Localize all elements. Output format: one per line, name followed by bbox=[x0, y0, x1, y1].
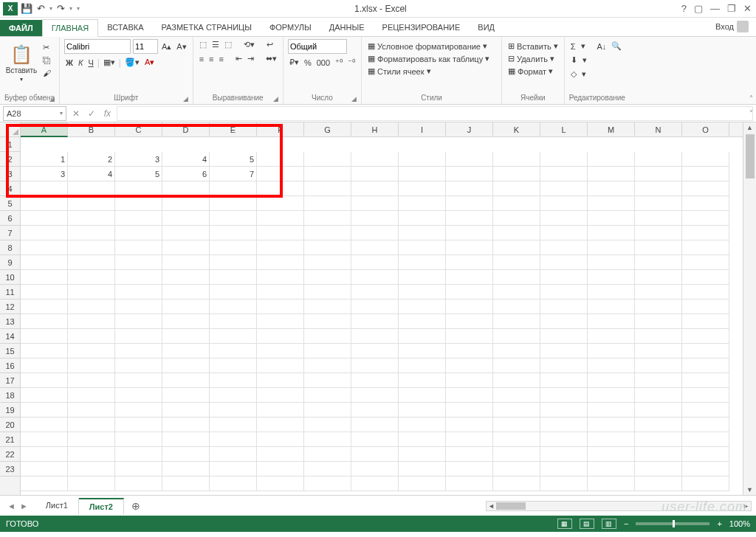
cell[interactable] bbox=[115, 240, 162, 255]
cell[interactable] bbox=[540, 388, 588, 403]
cell[interactable] bbox=[588, 152, 635, 167]
column-header[interactable]: B bbox=[68, 122, 115, 136]
cell[interactable] bbox=[493, 432, 540, 447]
cell[interactable] bbox=[21, 329, 68, 344]
cell[interactable] bbox=[540, 285, 588, 299]
cell[interactable] bbox=[21, 314, 68, 329]
cell[interactable] bbox=[257, 285, 304, 299]
cell[interactable] bbox=[257, 462, 304, 477]
cell[interactable] bbox=[162, 226, 210, 240]
cell[interactable] bbox=[257, 344, 304, 358]
borders-icon[interactable]: ▦▾ bbox=[102, 57, 117, 68]
cell[interactable] bbox=[588, 314, 635, 329]
cell[interactable] bbox=[493, 211, 540, 226]
grow-font-icon[interactable]: A▴ bbox=[160, 41, 173, 52]
align-middle-icon[interactable]: ☰ bbox=[210, 39, 221, 50]
cell[interactable] bbox=[115, 462, 162, 477]
cell[interactable] bbox=[351, 418, 399, 432]
currency-icon[interactable]: ₽▾ bbox=[288, 57, 300, 68]
cell[interactable] bbox=[115, 344, 162, 358]
cell[interactable] bbox=[304, 462, 351, 477]
cell[interactable] bbox=[351, 285, 399, 299]
cell[interactable] bbox=[635, 329, 682, 344]
cell[interactable] bbox=[115, 285, 162, 299]
wrap-text-icon[interactable]: ↩ bbox=[265, 39, 275, 50]
cell[interactable] bbox=[399, 270, 446, 285]
cell[interactable] bbox=[257, 181, 304, 196]
align-left-icon[interactable]: ≡ bbox=[198, 54, 205, 64]
font-name-input[interactable] bbox=[64, 39, 131, 54]
cell[interactable] bbox=[210, 388, 257, 403]
cell[interactable] bbox=[21, 373, 68, 388]
cell[interactable] bbox=[682, 226, 729, 240]
row-header[interactable]: 19 bbox=[0, 403, 20, 418]
cell[interactable] bbox=[115, 181, 162, 196]
cell[interactable] bbox=[162, 418, 210, 432]
cell[interactable] bbox=[635, 285, 682, 299]
column-header[interactable]: H bbox=[351, 122, 399, 136]
cell[interactable]: 1 bbox=[21, 152, 68, 167]
cell[interactable] bbox=[588, 418, 635, 432]
row-header[interactable]: 7 bbox=[0, 226, 20, 240]
cell[interactable] bbox=[162, 432, 210, 447]
cell[interactable] bbox=[21, 388, 68, 403]
cell[interactable] bbox=[304, 196, 351, 211]
cell[interactable] bbox=[682, 329, 729, 344]
cell[interactable] bbox=[115, 447, 162, 462]
cell[interactable]: 3 bbox=[115, 152, 162, 167]
cell[interactable] bbox=[162, 314, 210, 329]
minimize-icon[interactable]: — bbox=[710, 3, 720, 14]
cell[interactable] bbox=[162, 344, 210, 358]
scroll-right-icon[interactable]: ► bbox=[741, 502, 751, 510]
undo-icon[interactable]: ↶ bbox=[37, 3, 45, 14]
cell[interactable] bbox=[68, 181, 115, 196]
font-launcher-icon[interactable]: ◢ bbox=[183, 95, 188, 103]
cell[interactable] bbox=[635, 477, 682, 491]
cell[interactable] bbox=[257, 299, 304, 314]
cell[interactable] bbox=[162, 388, 210, 403]
new-sheet-button[interactable]: ⊕ bbox=[124, 500, 148, 512]
cell[interactable] bbox=[588, 270, 635, 285]
restore-icon[interactable]: ❐ bbox=[727, 3, 736, 14]
cell[interactable] bbox=[446, 270, 493, 285]
cell[interactable] bbox=[446, 462, 493, 477]
cell[interactable]: 7 bbox=[210, 167, 257, 181]
cell[interactable] bbox=[304, 447, 351, 462]
help-icon[interactable]: ? bbox=[681, 3, 687, 14]
cell[interactable] bbox=[493, 388, 540, 403]
cell[interactable]: 5 bbox=[115, 167, 162, 181]
normal-view-icon[interactable]: ▦ bbox=[557, 519, 572, 529]
cell[interactable] bbox=[115, 299, 162, 314]
cell[interactable] bbox=[210, 181, 257, 196]
cell[interactable] bbox=[210, 211, 257, 226]
cell[interactable] bbox=[21, 240, 68, 255]
row-header[interactable]: 3 bbox=[0, 167, 20, 181]
cell[interactable] bbox=[399, 388, 446, 403]
cell[interactable] bbox=[115, 270, 162, 285]
cell[interactable] bbox=[21, 447, 68, 462]
clear-icon[interactable]: ◇ bbox=[569, 69, 578, 80]
column-header[interactable]: L bbox=[540, 122, 588, 136]
row-header[interactable]: 20 bbox=[0, 418, 20, 432]
cell[interactable] bbox=[635, 388, 682, 403]
cell[interactable] bbox=[304, 255, 351, 270]
cell[interactable] bbox=[162, 240, 210, 255]
cell[interactable] bbox=[68, 462, 115, 477]
cell[interactable] bbox=[351, 240, 399, 255]
cell[interactable] bbox=[540, 152, 588, 167]
cell[interactable] bbox=[162, 181, 210, 196]
cell[interactable] bbox=[351, 388, 399, 403]
cell[interactable] bbox=[493, 403, 540, 418]
orientation-icon[interactable]: ⟲▾ bbox=[242, 39, 256, 50]
tab-разметка страницы[interactable]: РАЗМЕТКА СТРАНИЦЫ bbox=[152, 19, 260, 36]
cell[interactable] bbox=[351, 196, 399, 211]
row-header[interactable]: 17 bbox=[0, 373, 20, 388]
fill-color-icon[interactable]: 🪣▾ bbox=[123, 57, 141, 68]
cell[interactable] bbox=[304, 181, 351, 196]
cell[interactable]: 4 bbox=[68, 167, 115, 181]
zoom-out-button[interactable]: − bbox=[624, 519, 628, 528]
row-header[interactable]: 11 bbox=[0, 285, 20, 299]
delete-cells-button[interactable]: ⊟ Удалить ▾ bbox=[506, 53, 556, 64]
cell[interactable] bbox=[115, 255, 162, 270]
cell[interactable] bbox=[399, 285, 446, 299]
